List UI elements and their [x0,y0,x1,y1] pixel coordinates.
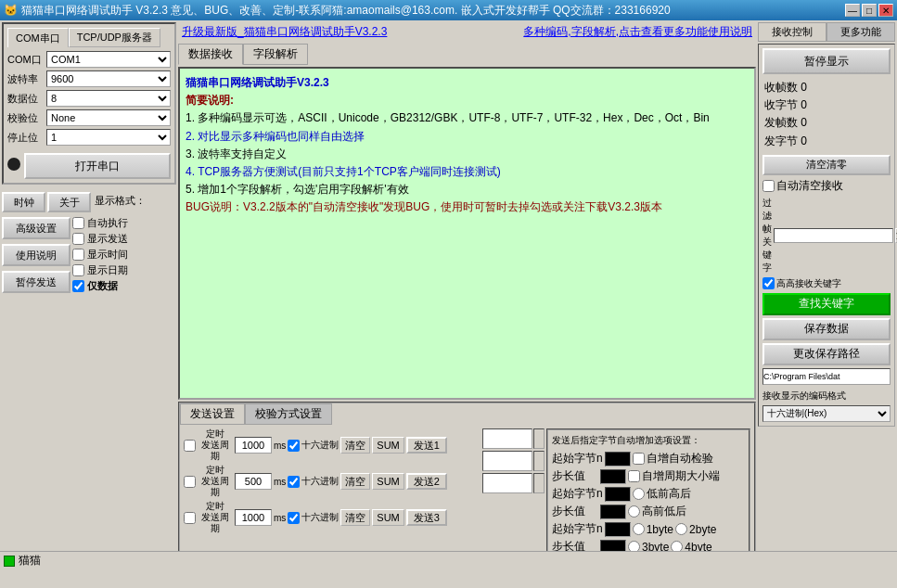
hex-check-1[interactable] [288,440,300,452]
tab-recv-ctrl[interactable]: 接收控制 [758,22,827,42]
send-text-2[interactable] [482,451,532,471]
period-input-3[interactable] [235,509,272,526]
change-path-button[interactable]: 更改保存路径 [762,343,891,365]
show-send-checkbox[interactable] [72,233,84,245]
radio-1byte[interactable] [633,523,645,535]
send-text-1[interactable] [482,428,532,449]
high-recv-label: 高高接收关键字 [776,277,841,290]
manual-button[interactable]: 使用说明 [2,244,70,266]
save-data-button[interactable]: 保存数据 [762,318,891,340]
com-tab-row: COM串口 TCP/UDP服务器 [7,28,171,47]
auto-clear-checkbox[interactable] [762,180,775,192]
inc-input-1[interactable] [605,452,631,467]
scrollbar-1[interactable] [533,428,545,449]
com-field-row: COM口 COM1 [7,51,171,68]
inc-input-5[interactable] [605,522,631,537]
data-tabs: 数据接收 字段解析 [178,44,756,65]
scrollbar-2[interactable] [533,451,545,471]
stop-bits-row: 停止位 1 [7,129,171,146]
status-led [4,556,15,567]
timer-button[interactable]: 时钟 [2,192,45,212]
filter-input[interactable] [774,228,893,243]
period-input-1[interactable] [235,437,272,454]
auto-check-1[interactable] [633,453,645,465]
minimize-button[interactable]: — [845,4,860,17]
about-button[interactable]: 关于 [47,192,91,212]
clear-btn-2[interactable]: 清空 [340,473,370,490]
tab-send-settings[interactable]: 发送设置 [180,403,245,425]
timer-check-1[interactable] [184,440,196,452]
maximize-button[interactable]: □ [862,4,877,17]
content-line-4: 4. TCP服务器方便测试(目前只支持1个TCP客户端同时连接测试) [186,163,749,181]
clear-btn-3[interactable]: 清空 [340,509,370,526]
scrollbar-3[interactable] [533,473,545,493]
send-btn-3[interactable]: 发送3 [406,509,447,526]
baud-select[interactable]: 9600 [46,70,171,87]
sum-btn-1[interactable]: SUM [372,437,404,454]
auto-exec-checkbox[interactable] [72,217,84,229]
high-recv-checkbox[interactable] [762,277,775,289]
hex-check-2[interactable] [288,476,300,488]
show-date-checkbox[interactable] [72,264,84,276]
show-time-checkbox[interactable] [72,249,84,261]
stat-recv-frames: 收帧数 0 [764,79,889,96]
inc-row-1: 起始字节n 自增自动检验 [552,451,745,467]
func-buttons: 高级设置 使用说明 暂停发送 自动执行 显示发送 显示时间 [2,214,176,294]
center-panel: 升级最新版_猫猫串口网络调试助手V3.2.3 多种编码,字段解析,点击查看更多功… [178,22,756,568]
timer-label-2: 定时发送周期 [198,465,233,498]
send-btn-1[interactable]: 发送1 [406,437,447,454]
send-text-3[interactable] [482,473,532,493]
data-bits-select[interactable]: 8 [46,90,171,107]
tab-com[interactable]: COM串口 [7,28,69,47]
clear-zero-button[interactable]: 清空清零 [762,155,891,175]
data-display: 猫猫串口网络调试助手V3.2.3 简要说明: 1. 多种编码显示可选，ASCII… [178,67,756,400]
timer-check-3[interactable] [184,512,196,524]
radio-2byte[interactable] [675,523,687,535]
timer-check-2[interactable] [184,476,196,488]
hex-label-1: 十六进制 [301,439,339,452]
radio-high-low[interactable] [628,505,640,518]
com-select[interactable]: COM1 [46,51,171,68]
hex-only-checkbox[interactable] [72,280,84,292]
auto-inc-panel: 发送后指定字节自动增加选项设置： 起始字节n 自增自动检验 步长值 自增周期大小… [546,428,750,562]
close-button[interactable]: ✕ [878,4,893,17]
open-port-button[interactable]: 打开串口 [24,153,171,179]
hex-check-3[interactable] [288,512,300,524]
auto-clear-row: 自动清空接收 [762,178,891,194]
clear-btn-1[interactable]: 清空 [340,437,370,454]
sum-btn-2[interactable]: SUM [372,473,404,490]
inc-input-3[interactable] [605,487,631,502]
pause-display-button[interactable]: 暂停显示 [762,48,891,74]
tab-tcp[interactable]: TCP/UDP服务器 [69,28,160,47]
hex-label-3: 十六进制 [301,511,339,524]
inc-row-3: 起始字节n 低前高后 [552,486,745,502]
content-line-0: 简要说明: [186,92,749,109]
inc-input-2[interactable] [600,469,626,484]
advanced-button[interactable]: 高级设置 [2,217,70,239]
radio-low-high[interactable] [633,488,645,500]
auto-check-2[interactable] [628,470,640,482]
display-format-panel: 显示格式： [93,192,176,212]
pause-send-button[interactable]: 暂停发送 [2,271,70,293]
encoding-select[interactable]: 十六进制(Hex) ASCII Unicode GB2312/GBK UTF-8 [762,405,891,422]
sum-btn-3[interactable]: SUM [372,509,404,526]
save-path-input[interactable] [762,368,891,385]
data-bits-label: 数据位 [7,92,46,106]
baud-label: 波特率 [7,72,46,86]
stop-bits-select[interactable]: 1 [46,129,171,146]
ms-label-2: ms [274,477,286,487]
send-btn-2[interactable]: 发送2 [406,473,447,490]
inc-input-4[interactable] [600,505,626,519]
inc-label-2: 步长值 [552,468,585,484]
tab-field-parse[interactable]: 字段解析 [243,44,308,65]
upgrade-link[interactable]: 升级最新版_猫猫串口网络调试助手V3.2.3 [182,24,387,40]
tab-more-func[interactable]: 更多功能 [827,22,895,42]
show-time-row: 显示时间 [72,248,176,262]
help-link[interactable]: 多种编码,字段解析,点击查看更多功能使用说明 [523,24,752,40]
tab-data-recv[interactable]: 数据接收 [178,44,243,65]
keyword-button[interactable]: 查找关键字 [762,293,891,315]
period-input-2[interactable] [235,473,272,490]
tab-check-settings[interactable]: 校验方式设置 [245,403,332,425]
parity-select[interactable]: None [46,109,171,126]
timer-about-row: 时钟 关于 显示格式： [2,192,176,212]
